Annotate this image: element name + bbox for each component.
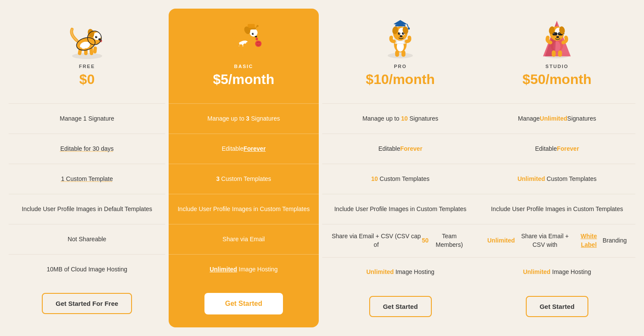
plan-pro: PRO $10/month Manage up to 10 Signatures…: [322, 9, 479, 327]
plan-basic-header: BASIC $5/month: [169, 9, 318, 103]
svg-rect-36: [408, 28, 410, 30]
svg-point-69: [556, 36, 559, 38]
svg-point-29: [255, 41, 261, 47]
plan-pro-body: Manage up to 10 Signatures Editable Fore…: [322, 103, 479, 327]
feature-pro-3: 10 Custom Templates: [322, 164, 479, 194]
feature-free-3: 1 Custom Template: [9, 164, 165, 194]
feature-studio-3: Unlimited Custom Templates: [479, 164, 635, 194]
feature-basic-1: Manage up to 3 Signatures: [169, 103, 318, 134]
svg-point-23: [257, 25, 259, 27]
pricing-table: FREE $0 Manage 1 Signature Editable for …: [9, 9, 635, 327]
plan-studio-body: Manage Unlimited Signatures Editable For…: [479, 103, 635, 327]
plan-basic-body: Manage up to 3 Signatures Editable Forev…: [169, 103, 318, 327]
feature-free-2: Editable for 30 days: [9, 134, 165, 164]
dog-basic-illustration: [220, 13, 267, 60]
plan-free: FREE $0 Manage 1 Signature Editable for …: [9, 9, 165, 327]
svg-rect-70: [552, 50, 556, 57]
feature-pro-6: Unlimited Image Hosting: [322, 257, 479, 287]
plan-free-price: $0: [79, 72, 95, 87]
svg-rect-52: [402, 50, 405, 57]
get-started-pro-button[interactable]: Get Started: [369, 296, 432, 317]
svg-point-30: [388, 53, 413, 59]
feature-basic-6: Unlimited Image Hosting: [169, 254, 318, 284]
svg-rect-21: [248, 24, 255, 28]
plan-pro-cta-row: Get Started: [322, 287, 479, 327]
svg-point-50: [400, 35, 402, 37]
plan-studio-cta-row: Get Started: [479, 287, 635, 327]
svg-line-35: [407, 24, 409, 28]
plan-studio: STUDIO $50/month Manage Unlimited Signat…: [479, 9, 635, 327]
feature-studio-5: Unlimited Share via Email + CSV with Whi…: [479, 224, 635, 257]
svg-rect-13: [93, 47, 97, 54]
feature-studio-4: Include User Profile Images in Custom Te…: [479, 194, 635, 224]
svg-point-26: [253, 33, 253, 34]
feature-free-1: Manage 1 Signature: [9, 103, 165, 134]
plan-pro-tier: PRO: [394, 64, 407, 69]
dog-free-illustration: [63, 13, 111, 60]
svg-rect-71: [558, 50, 562, 57]
svg-marker-34: [394, 20, 407, 26]
svg-point-19: [250, 29, 258, 37]
svg-rect-65: [553, 33, 555, 34]
plan-basic: BASIC $5/month Manage up to 3 Signatures…: [165, 9, 322, 327]
svg-rect-66: [559, 33, 560, 34]
plan-free-header: FREE $0: [9, 9, 165, 103]
feature-pro-1: Manage up to 10 Signatures: [322, 103, 479, 134]
svg-point-28: [255, 38, 258, 40]
svg-point-48: [402, 32, 405, 35]
svg-point-46: [398, 32, 401, 35]
feature-basic-2: Editable Forever: [169, 134, 318, 164]
feature-free-4: Include User Profile Images in Default T…: [9, 194, 165, 224]
feature-free-6: 10MB of Cloud Image Hosting: [9, 254, 165, 284]
feature-studio-6: Unlimited Image Hosting: [479, 257, 635, 287]
svg-point-49: [403, 33, 404, 34]
svg-point-7: [96, 37, 97, 37]
plan-studio-header: STUDIO $50/month: [479, 9, 635, 103]
plan-studio-tier: STUDIO: [546, 64, 569, 69]
feature-pro-5: Share via Email + CSV (CSV cap of 50 Tea…: [322, 224, 479, 257]
plan-studio-price: $50/month: [522, 72, 591, 87]
plan-basic-tier: BASIC: [234, 64, 253, 69]
plan-pro-header: PRO $10/month: [322, 9, 479, 103]
svg-rect-11: [84, 48, 88, 55]
dog-pro-illustration: [377, 13, 424, 60]
svg-point-25: [252, 33, 254, 35]
get-started-studio-button[interactable]: Get Started: [526, 296, 588, 317]
feature-basic-4: Include User Profile Images in Custom Te…: [169, 194, 318, 224]
plan-free-tier: FREE: [79, 64, 95, 69]
feature-studio-2: Editable Forever: [479, 134, 635, 164]
svg-rect-51: [395, 50, 399, 57]
plan-pro-price: $10/month: [366, 72, 435, 87]
dog-studio-illustration: [533, 13, 581, 60]
plan-free-cta-row: Get Started For Free: [9, 284, 165, 324]
feature-pro-4: Include User Profile Images in Custom Te…: [322, 194, 479, 224]
get-started-free-button[interactable]: Get Started For Free: [42, 293, 132, 314]
plan-basic-price: $5/month: [213, 72, 274, 87]
plan-free-body: Manage 1 Signature Editable for 30 days …: [9, 103, 165, 327]
feature-free-5: Not Shareable: [9, 224, 165, 254]
feature-basic-5: Share via Email: [169, 224, 318, 254]
svg-point-47: [399, 33, 400, 34]
svg-point-6: [95, 36, 97, 38]
svg-point-27: [255, 36, 258, 38]
feature-studio-1: Manage Unlimited Signatures: [479, 103, 635, 134]
get-started-basic-button[interactable]: Get Started: [204, 293, 283, 314]
feature-basic-3: 3 Custom Templates: [169, 164, 318, 194]
feature-pro-2: Editable Forever: [322, 134, 479, 164]
plan-basic-cta-row: Get Started: [169, 284, 318, 325]
